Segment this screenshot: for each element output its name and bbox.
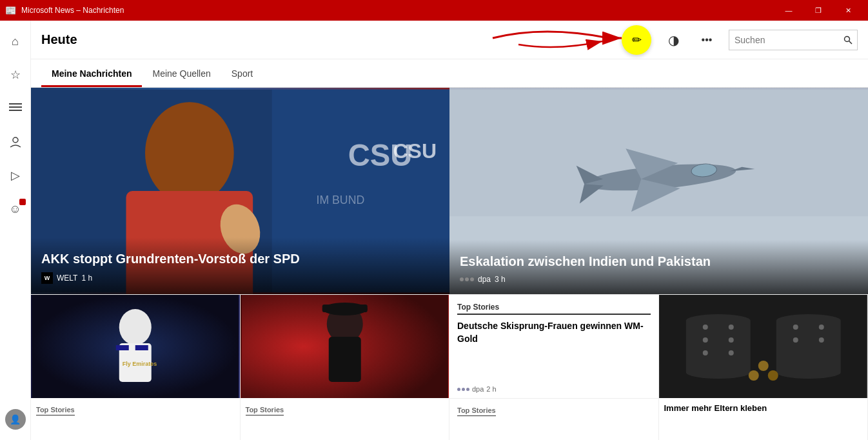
svg-point-39 xyxy=(728,350,733,355)
bottom-card-shoes[interactable]: Immer mehr Eltern kleben xyxy=(659,294,869,440)
bottom-card-klopp[interactable]: Top Stories xyxy=(241,294,450,440)
bottom-card-skisprung-section-label: Top Stories xyxy=(457,303,651,315)
bale-illustration: Fly Emirates xyxy=(31,295,240,398)
content-area: Heute ✏ ◑ xyxy=(31,21,868,440)
sidebar-item-emoji[interactable]: ☺ xyxy=(0,194,31,225)
sidebar-item-profile[interactable] xyxy=(0,126,31,157)
card-akk-title: AKK stoppt Grundrenten-Vorstoß der SPD xyxy=(41,250,439,267)
svg-text:Fly Emirates: Fly Emirates xyxy=(123,361,157,367)
skisprung-time: 2 h xyxy=(486,385,496,393)
news-icon xyxy=(9,103,22,114)
svg-point-38 xyxy=(702,350,707,355)
card-akk-time: 1 h xyxy=(81,274,92,283)
skisprung-dpa-dots xyxy=(457,388,469,391)
maximize-button[interactable]: ❐ xyxy=(804,0,833,21)
svg-rect-32 xyxy=(686,314,750,379)
svg-point-5 xyxy=(845,36,850,41)
bottom-card-shoes-image xyxy=(659,295,868,398)
edit-button[interactable]: ✏ xyxy=(622,25,651,55)
svg-point-42 xyxy=(793,337,798,343)
svg-rect-23 xyxy=(135,345,148,350)
skisprung-dot-1 xyxy=(457,388,460,391)
bottom-card-bale-body: Top Stories xyxy=(31,398,240,423)
bottom-cards-row: Fly Emirates Top Stories xyxy=(31,294,868,440)
search-input[interactable] xyxy=(729,35,839,45)
user-avatar[interactable]: 👤 xyxy=(0,404,31,435)
svg-rect-0 xyxy=(9,103,22,105)
bottom-card-shoes-title: Immer mehr Eltern kleben xyxy=(664,403,863,414)
svg-rect-33 xyxy=(776,314,840,379)
skisprung-source: dpa xyxy=(472,385,484,393)
sidebar-item-home[interactable]: ⌂ xyxy=(0,26,31,57)
svg-line-6 xyxy=(849,41,853,44)
card-akk-overlay: AKK stoppt Grundrenten-Vorstoß der SPD W… xyxy=(31,237,449,294)
svg-text:IM BUND: IM BUND xyxy=(317,194,365,206)
svg-rect-1 xyxy=(9,106,22,108)
search-icon xyxy=(843,35,853,45)
dark-mode-button[interactable]: ◑ xyxy=(662,28,685,52)
sidebar-item-favorites[interactable]: ☆ xyxy=(0,59,31,90)
avatar-circle: 👤 xyxy=(5,409,26,430)
minimize-button[interactable]: — xyxy=(774,0,804,21)
svg-point-41 xyxy=(818,325,824,330)
tab-meine-quellen[interactable]: Meine Quellen xyxy=(142,62,221,87)
sidebar: ⌂ ☆ ▷ ☺ 👤 xyxy=(0,21,31,440)
search-button[interactable] xyxy=(839,30,857,50)
app-container: ⌂ ☆ ▷ ☺ 👤 Heute xyxy=(0,21,868,440)
notification-badge xyxy=(19,199,26,205)
svg-point-11 xyxy=(145,102,234,203)
svg-point-46 xyxy=(767,370,778,381)
bottom-card-shoes-body: Immer mehr Eltern kleben xyxy=(659,398,868,419)
klopp-illustration xyxy=(241,295,449,398)
card-akk-source-name: WELT xyxy=(57,274,77,283)
bottom-card-bale[interactable]: Fly Emirates Top Stories xyxy=(31,294,241,440)
bottom-card-klopp-body: Top Stories xyxy=(241,398,449,423)
sidebar-item-news[interactable] xyxy=(0,93,31,124)
bottom-card-skisprung[interactable]: Top Stories Deutsche Skisprung-Frauen ge… xyxy=(449,294,659,440)
sidebar-item-play[interactable]: ▷ xyxy=(0,160,31,191)
svg-text:CSU: CSU xyxy=(348,138,413,172)
svg-point-3 xyxy=(13,137,18,143)
dpa-dot-2 xyxy=(465,277,469,281)
svg-point-36 xyxy=(702,337,707,343)
dpa-dots xyxy=(460,277,474,281)
bottom-card-bale-image: Fly Emirates xyxy=(31,295,240,398)
bottom-card-bale-section: Top Stories xyxy=(36,406,75,415)
svg-rect-22 xyxy=(116,345,129,350)
title-bar-controls: — ❐ ✕ xyxy=(774,0,863,21)
skisprung-dot-3 xyxy=(466,388,469,391)
bottom-card-skisprung-footer: Top Stories xyxy=(449,398,658,424)
dpa-dot-1 xyxy=(460,277,464,281)
title-bar-left: 📰 Microsoft News – Nachrichten xyxy=(5,5,124,15)
svg-rect-2 xyxy=(9,110,22,111)
page-title: Heute xyxy=(41,32,77,47)
main-card-akk[interactable]: CSU IM BUND AKK stoppt Grundrenten-Vorst… xyxy=(31,88,449,294)
title-bar: 📰 Microsoft News – Nachrichten — ❐ ✕ xyxy=(0,0,868,21)
title-bar-title: Microsoft News – Nachrichten xyxy=(21,6,124,15)
search-box xyxy=(729,30,858,50)
card-india-pakistan-time: 3 h xyxy=(495,275,506,284)
more-options-button[interactable]: ••• xyxy=(695,28,718,52)
bottom-card-klopp-section: Top Stories xyxy=(246,406,284,415)
bottom-card-klopp-image xyxy=(241,295,449,398)
tabs-bar: Meine Nachrichten Meine Quellen Sport xyxy=(31,59,868,88)
header: Heute ✏ ◑ xyxy=(31,21,868,59)
edit-icon: ✏ xyxy=(632,33,642,47)
card-india-pakistan-meta: dpa 3 h xyxy=(460,275,858,284)
dpa-dot-3 xyxy=(470,277,474,281)
svg-rect-30 xyxy=(328,337,360,382)
close-button[interactable]: ✕ xyxy=(833,0,863,21)
card-india-pakistan-overlay: Eskalation zwischen Indien und Pakistan … xyxy=(449,240,868,294)
app-icon: 📰 xyxy=(5,5,16,15)
news-grid: CSU IM BUND AKK stoppt Grundrenten-Vorst… xyxy=(31,88,868,440)
svg-point-37 xyxy=(728,337,733,343)
tab-meine-nachrichten[interactable]: Meine Nachrichten xyxy=(41,62,142,87)
main-card-india-pakistan[interactable]: Eskalation zwischen Indien und Pakistan … xyxy=(449,88,868,294)
skisprung-dot-2 xyxy=(462,388,465,391)
svg-point-35 xyxy=(728,325,733,330)
tab-sport[interactable]: Sport xyxy=(221,62,263,87)
svg-point-44 xyxy=(758,361,768,371)
skisprung-footer-label: Top Stories xyxy=(457,406,496,416)
card-akk-source-badge: W xyxy=(41,272,53,284)
main-cards-row: CSU IM BUND AKK stoppt Grundrenten-Vorst… xyxy=(31,88,868,294)
